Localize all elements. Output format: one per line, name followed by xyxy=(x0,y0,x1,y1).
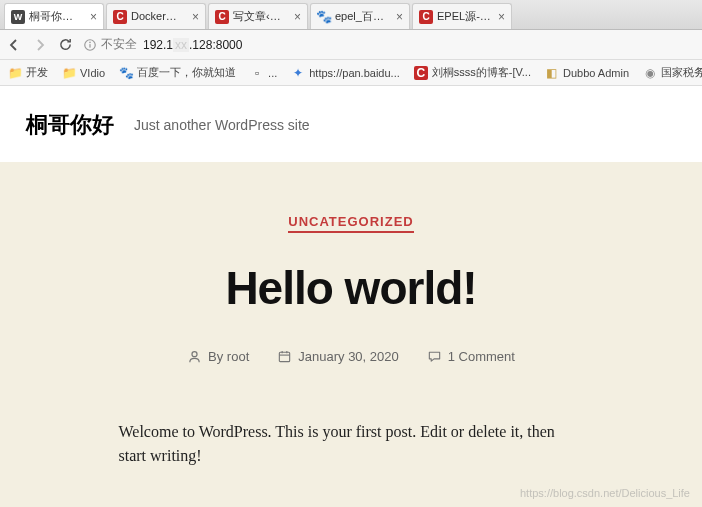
post-content: Welcome to WordPress. This is your first… xyxy=(119,420,584,468)
folder-icon: 📁 xyxy=(62,66,76,80)
site-title[interactable]: 桐哥你好 xyxy=(26,110,114,140)
comment-icon xyxy=(427,349,442,364)
csdn-icon: C xyxy=(419,10,433,24)
bookmarks-bar: 📁开发 📁VIdio 🐾百度一下，你就知道 ▫... ✦https://pan.… xyxy=(0,60,702,86)
forward-button[interactable] xyxy=(32,37,48,53)
bookmark-item[interactable]: 📁VIdio xyxy=(62,66,105,80)
csdn-icon: C xyxy=(414,66,428,80)
close-icon[interactable]: × xyxy=(192,10,199,24)
bookmark-item[interactable]: ◧Dubbo Admin xyxy=(545,66,629,80)
insecure-badge: 不安全 xyxy=(83,36,137,53)
post-comments-link[interactable]: 1 Comment xyxy=(427,349,515,364)
site-tagline: Just another WordPress site xyxy=(134,117,310,133)
watermark: https://blog.csdn.net/Delicious_Life xyxy=(520,487,690,499)
back-button[interactable] xyxy=(6,37,22,53)
reload-button[interactable] xyxy=(58,37,73,52)
tab-label: Docker常用命 xyxy=(131,9,186,24)
link-icon: ✦ xyxy=(291,66,305,80)
bookmark-item[interactable]: ✦https://pan.baidu... xyxy=(291,66,400,80)
address-bar[interactable]: 不安全 192.1xx.128:8000 xyxy=(83,36,696,53)
folder-icon: 📁 xyxy=(8,66,22,80)
post-title[interactable]: Hello world! xyxy=(40,261,662,315)
post-author[interactable]: By root xyxy=(187,349,249,364)
post-meta: By root January 30, 2020 1 Comment xyxy=(40,349,662,364)
info-icon xyxy=(83,38,97,52)
csdn-icon: C xyxy=(113,10,127,24)
blank-icon: ▫ xyxy=(250,66,264,80)
site-header: 桐哥你好 Just another WordPress site xyxy=(0,86,702,162)
post-date[interactable]: January 30, 2020 xyxy=(277,349,398,364)
tab-label: EPEL源-是什 xyxy=(437,9,492,24)
baidu-icon: 🐾 xyxy=(317,10,331,24)
close-icon[interactable]: × xyxy=(294,10,301,24)
close-icon[interactable]: × xyxy=(90,10,97,24)
tab-label: 桐哥你好 – Ju xyxy=(29,9,84,24)
box-icon: ◧ xyxy=(545,66,559,80)
svg-point-1 xyxy=(89,41,91,43)
user-icon xyxy=(187,349,202,364)
browser-tab[interactable]: 🐾 epel_百度搜索 × xyxy=(310,3,410,29)
insecure-label: 不安全 xyxy=(101,36,137,53)
wordpress-icon: W xyxy=(11,10,25,24)
svg-rect-4 xyxy=(280,352,290,361)
url-text: 192.1xx.128:8000 xyxy=(143,38,242,52)
bookmark-item[interactable]: C刘桐ssss的博客-[V... xyxy=(414,65,531,80)
browser-toolbar: 不安全 192.1xx.128:8000 xyxy=(0,30,702,60)
baidu-icon: 🐾 xyxy=(119,66,133,80)
browser-tab[interactable]: C 写文章‹CSDN × xyxy=(208,3,308,29)
tab-label: epel_百度搜索 xyxy=(335,9,390,24)
close-icon[interactable]: × xyxy=(396,10,403,24)
calendar-icon xyxy=(277,349,292,364)
bookmark-item[interactable]: ◉国家税务总局河北... xyxy=(643,65,702,80)
browser-tab[interactable]: W 桐哥你好 – Ju × xyxy=(4,3,104,29)
svg-point-3 xyxy=(192,352,197,357)
browser-tab-strip: W 桐哥你好 – Ju × C Docker常用命 × C 写文章‹CSDN ×… xyxy=(0,0,702,30)
svg-rect-2 xyxy=(89,44,90,48)
browser-tab[interactable]: C EPEL源-是什 × xyxy=(412,3,512,29)
bookmark-item[interactable]: 🐾百度一下，你就知道 xyxy=(119,65,236,80)
tab-label: 写文章‹CSDN xyxy=(233,9,288,24)
close-icon[interactable]: × xyxy=(498,10,505,24)
csdn-icon: C xyxy=(215,10,229,24)
bookmark-item[interactable]: 📁开发 xyxy=(8,65,48,80)
globe-icon: ◉ xyxy=(643,66,657,80)
browser-tab[interactable]: C Docker常用命 × xyxy=(106,3,206,29)
post: UNCATEGORIZED Hello world! By root Janua… xyxy=(40,212,662,468)
bookmark-item[interactable]: ▫... xyxy=(250,66,277,80)
main-content: UNCATEGORIZED Hello world! By root Janua… xyxy=(0,162,702,507)
post-category-link[interactable]: UNCATEGORIZED xyxy=(288,214,413,233)
